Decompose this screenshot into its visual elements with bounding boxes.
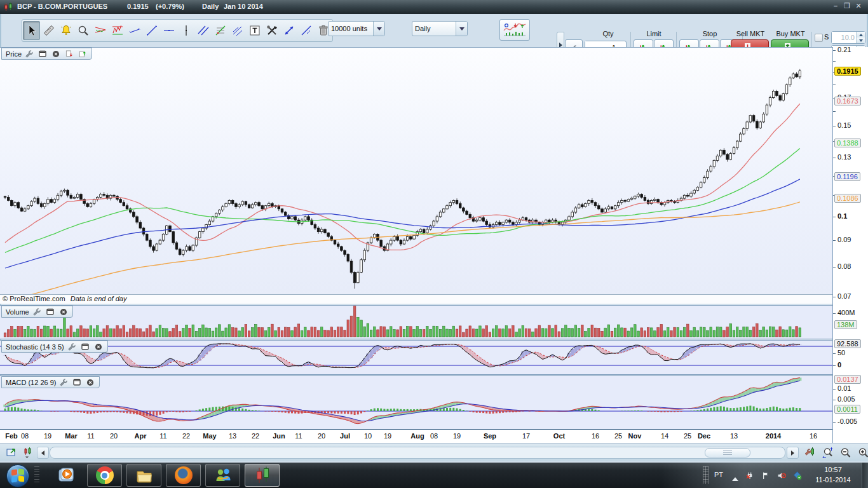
chevron-down-icon[interactable] [373, 22, 384, 36]
chevron-down-icon[interactable] [456, 22, 467, 36]
text-tool-button[interactable] [246, 21, 263, 40]
parallel-icon [197, 24, 210, 37]
volume-settings-button[interactable] [31, 306, 43, 317]
chart-type-button[interactable] [499, 19, 530, 41]
price-detach-button[interactable] [37, 48, 48, 59]
close-icon [59, 308, 68, 316]
price-settings-button[interactable] [24, 48, 35, 59]
stoch-tick-label: 50 [837, 349, 845, 356]
volume-close-button[interactable] [58, 306, 69, 317]
date-label: 22 [182, 432, 190, 440]
taskbar-clock[interactable]: 10:57 11-01-2014 [808, 464, 858, 486]
pattern-tool-button[interactable] [92, 21, 109, 40]
hline-tool-button[interactable] [160, 21, 177, 40]
show-desktop-button[interactable] [862, 463, 868, 488]
close-button[interactable]: ✕ [853, 1, 864, 11]
date-label: 08 [21, 432, 29, 440]
stochastic-detach-button[interactable] [79, 341, 91, 352]
tray-expand-icon[interactable] [732, 474, 738, 481]
price-close-button[interactable] [50, 48, 62, 59]
tray-flag-icon[interactable] [761, 471, 771, 480]
scroll-left-button[interactable] [37, 447, 49, 459]
macd-tick-label: 0.005 [837, 395, 855, 403]
price-sell-order-button[interactable] [64, 48, 75, 59]
zigzag-icon [111, 24, 124, 37]
price-value-box: 0.1388 [834, 139, 861, 147]
stop-loss-label: S [824, 33, 829, 41]
macd-panel-header: MACD (12 26 9) [1, 376, 100, 388]
stochastic-chart-canvas[interactable] [0, 340, 832, 374]
volume-detach-button[interactable] [44, 306, 56, 317]
horizontal-scrollbar[interactable] [50, 447, 785, 459]
start-button[interactable] [6, 464, 29, 487]
date-label: 19 [44, 432, 51, 440]
timeframe-dropdown[interactable]: Daily [412, 21, 468, 36]
stoch-tick-label: 0 [837, 361, 841, 369]
stop-loss-checkbox[interactable] [815, 34, 823, 42]
alert-tool-button[interactable] [57, 21, 74, 40]
zoom-in-button[interactable] [855, 445, 868, 459]
price-chart-canvas[interactable] [0, 47, 832, 294]
vline-tool-button[interactable] [177, 21, 194, 40]
price-tick-label: 0.08 [837, 262, 851, 270]
date-label: 11 [295, 432, 302, 440]
segment-tool-button[interactable] [126, 21, 143, 40]
language-indicator[interactable]: PT [714, 471, 723, 478]
pitchfork-tool-button[interactable] [229, 21, 246, 40]
taskbar-app-prt[interactable] [245, 464, 280, 487]
stoch-value-box: 92.588 [834, 339, 861, 348]
stochastic-settings-button[interactable] [66, 341, 78, 352]
zoom-tool-button[interactable] [74, 21, 92, 40]
stochastic-close-button[interactable] [93, 341, 104, 352]
units-dropdown[interactable]: 10000 units [328, 21, 385, 36]
stop-loss-input[interactable] [832, 32, 856, 43]
cursor-tool-button[interactable] [23, 21, 40, 40]
scrollbar-thumb[interactable] [705, 448, 750, 458]
trendline-tool-button[interactable] [143, 21, 160, 40]
stop-loss-stepper[interactable] [856, 32, 865, 43]
taskbar-app-wmp[interactable] [48, 464, 83, 487]
date-label: 13 [730, 432, 738, 440]
tray-dropbox-icon[interactable] [792, 471, 803, 480]
taskbar-app-firefox[interactable] [166, 464, 201, 487]
date-label: Mar [65, 432, 78, 440]
arrows-tool-button[interactable] [280, 21, 297, 40]
tools-tool-button[interactable] [263, 21, 280, 40]
wrench-candle-button[interactable] [802, 445, 817, 459]
taskbar-app-messenger[interactable] [205, 464, 240, 487]
price-buy-order-button[interactable] [77, 48, 88, 59]
tray-grip [703, 466, 709, 484]
export-button[interactable] [4, 445, 19, 459]
macd-tick-label: 0.01 [837, 384, 851, 392]
macd-detach-button[interactable] [71, 377, 83, 388]
ruler-tool-button[interactable] [40, 21, 57, 40]
zoom-out-button[interactable] [837, 445, 853, 459]
parallel-tool-button[interactable] [194, 21, 212, 40]
candles-button[interactable] [20, 445, 36, 459]
fibonacci-tool-button[interactable] [212, 21, 229, 40]
scroll-right-button[interactable] [787, 447, 799, 459]
date-label: 20 [318, 432, 325, 440]
date-label: 20 [110, 432, 118, 440]
chart-statusbar [0, 444, 868, 461]
restore-button[interactable]: ❒ [841, 1, 853, 11]
macd-close-button[interactable] [85, 377, 96, 388]
macd-tick-label: -0.005 [837, 417, 857, 425]
volume-chart-canvas[interactable] [0, 305, 832, 338]
macd-chart-canvas[interactable] [0, 376, 832, 428]
zoom-sel-button[interactable] [820, 445, 835, 459]
tray-power-icon[interactable] [745, 471, 756, 480]
zigzag-tool-button[interactable] [109, 21, 126, 40]
taskbar-app-chrome[interactable] [87, 464, 122, 487]
tray-mute-icon[interactable] [776, 471, 787, 480]
oblique-tool-button[interactable] [297, 21, 315, 40]
axis-tick [833, 85, 836, 85]
titlebar-period: Daily [202, 3, 219, 10]
macd-settings-button[interactable] [58, 377, 69, 388]
stop-loss-field[interactable] [831, 31, 865, 44]
axis-tick [833, 365, 836, 366]
copyright-text: © ProRealTime.com [3, 295, 65, 302]
minimize-button[interactable]: – [830, 1, 841, 11]
chrome-icon [96, 466, 114, 484]
taskbar-app-explorer[interactable] [126, 464, 161, 487]
